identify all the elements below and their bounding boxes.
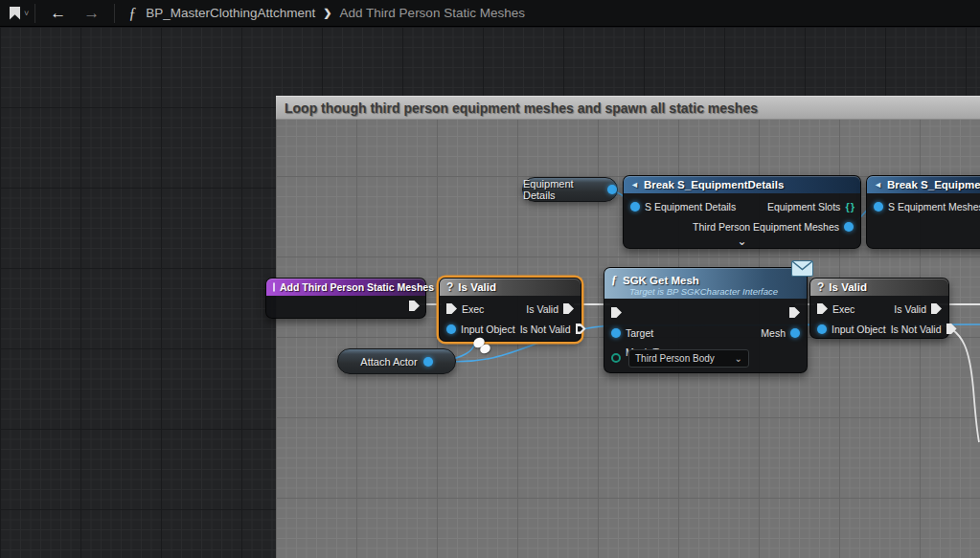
node-subtitle: Target is BP SGKCharacter Interface — [629, 286, 800, 297]
input-pin-mesh-type[interactable] — [611, 353, 621, 363]
input-pin-input-object[interactable] — [446, 324, 456, 334]
toolbar-divider — [34, 4, 35, 23]
bookmark-caret-icon: ˅ — [24, 9, 29, 18]
pin-label: Mesh — [761, 327, 786, 339]
back-button[interactable]: ← — [41, 0, 75, 27]
node-title: Add Third Person Static Meshes — [280, 281, 434, 293]
node-equipment-details[interactable]: Equipment Details — [522, 177, 618, 202]
pin-label: Target — [626, 327, 653, 339]
pin-label: Equipment Slots — [767, 201, 840, 212]
breadcrumb-function[interactable]: Add Third Person Static Meshes — [340, 6, 525, 20]
node-is-valid-1[interactable]: ? Is Valid Exec Is Valid Input Object Is… — [439, 278, 581, 342]
input-pin-s-equipment-meshes[interactable] — [874, 202, 883, 212]
exec-input-pin[interactable] — [817, 303, 828, 314]
pin-label: S Equipment Details — [645, 201, 736, 212]
node-title: Break S_EquipmentDetails — [644, 179, 784, 190]
node-add-third-person-static-meshes[interactable]: Add Third Person Static Meshes — [265, 278, 426, 319]
node-sgk-get-mesh[interactable]: ƒ SGK Get Mesh Target is BP SGKCharacter… — [604, 267, 808, 373]
break-struct-icon: ◄ — [630, 180, 639, 190]
exec-input-pin[interactable] — [611, 307, 622, 318]
toolbar: ˅ ← → ƒ BP_MasterClothingAttchment ❯ Add… — [0, 0, 980, 27]
graph-canvas[interactable]: Loop though third person equipment meshe… — [0, 27, 980, 558]
interface-envelope-icon — [791, 260, 813, 277]
pin-label: Is Valid — [526, 303, 558, 315]
bookmark-button[interactable]: ˅ — [0, 0, 29, 26]
pill-label: Equipment Details — [523, 178, 602, 201]
output-pin-mesh[interactable] — [790, 328, 800, 338]
output-pin-attach-actor[interactable] — [423, 357, 433, 367]
exec-input-pin[interactable] — [446, 303, 457, 314]
pin-label: Input Object — [461, 324, 515, 335]
node-title: Is Valid — [829, 281, 867, 293]
node-break-s-equipmentmesh[interactable]: ◄ Break S_EquipmentMesh S Equipment Mesh… — [866, 175, 980, 249]
node-header[interactable]: ◄ Break S_EquipmentDetails — [624, 176, 860, 193]
exec-output-pin-is-valid[interactable] — [563, 303, 574, 314]
exec-output-pin-is-valid[interactable] — [931, 303, 942, 314]
input-pin-target[interactable] — [611, 328, 621, 338]
node-break-s-equipmentdetails[interactable]: ◄ Break S_EquipmentDetails S Equipment D… — [623, 175, 861, 249]
exec-output-pin-is-not-valid[interactable] — [946, 324, 957, 334]
exec-output-pin-is-not-valid[interactable] — [576, 324, 586, 334]
node-header[interactable]: ? Is Valid — [440, 279, 581, 296]
toolbar-divider — [114, 4, 115, 23]
pin-label: S Equipment Meshes — [888, 201, 980, 212]
pill-label: Attach Actor — [360, 356, 417, 368]
node-title: Is Valid — [458, 281, 496, 293]
expand-advanced-chevron-icon[interactable]: ⌄ — [624, 236, 860, 249]
function-entry-icon — [273, 282, 275, 292]
exec-output-pin[interactable] — [789, 307, 800, 318]
input-pin-s-equipment-details[interactable] — [630, 202, 640, 212]
pin-label: Input Object — [832, 324, 886, 335]
function-icon: ƒ — [611, 273, 617, 287]
pin-label: Is Valid — [894, 303, 926, 315]
map-pin-icon[interactable]: { } — [845, 201, 854, 212]
node-header[interactable]: ? Is Valid — [810, 279, 948, 296]
dropdown-caret-icon: ⌄ — [735, 353, 742, 364]
mesh-type-value: Third Person Body — [635, 353, 715, 364]
pin-label: Exec — [832, 303, 855, 315]
node-header[interactable]: ƒ SGK Get Mesh Target is BP SGKCharacter… — [604, 268, 807, 299]
wire-isvalid2-notvalid-out[interactable] — [935, 324, 979, 442]
pin-label: Third Person Equipment Meshes — [693, 221, 839, 233]
forward-button[interactable]: → — [75, 0, 108, 27]
break-struct-icon: ◄ — [874, 180, 882, 190]
breadcrumb-blueprint[interactable]: BP_MasterClothingAttchment — [146, 6, 315, 20]
pin-label: Is Not Valid — [891, 324, 942, 335]
output-pin-third-person-equipment-meshes[interactable] — [844, 222, 854, 232]
pin-label: Exec — [462, 303, 484, 315]
node-header[interactable]: Add Third Person Static Meshes — [266, 279, 425, 296]
function-icon: ƒ — [128, 5, 136, 22]
output-pin-equipment-details[interactable] — [607, 185, 617, 194]
node-header[interactable]: ◄ Break S_EquipmentMesh — [867, 176, 980, 193]
node-title: SGK Get Mesh — [623, 275, 699, 286]
exec-output-pin[interactable] — [409, 301, 420, 311]
pin-label: Is Not Valid — [520, 324, 571, 335]
node-title: Break S_EquipmentMesh — [887, 179, 980, 190]
question-icon: ? — [817, 280, 824, 294]
blueprint-editor: ˅ ← → ƒ BP_MasterClothingAttchment ❯ Add… — [0, 0, 980, 558]
node-is-valid-2[interactable]: ? Is Valid Exec Is Valid Input Object Is… — [809, 278, 949, 339]
mouse-cursor — [473, 338, 494, 357]
question-icon: ? — [446, 280, 453, 294]
input-pin-input-object[interactable] — [817, 324, 827, 334]
mesh-type-dropdown[interactable]: Third Person Body ⌄ — [628, 349, 749, 368]
breadcrumb-chevron-icon: ❯ — [323, 7, 331, 19]
bookmark-icon — [10, 7, 20, 20]
node-attach-actor[interactable]: Attach Actor — [337, 348, 456, 374]
